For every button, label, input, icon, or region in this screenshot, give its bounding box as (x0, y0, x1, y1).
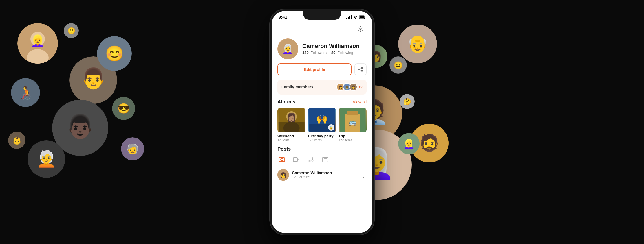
svg-text:🧔: 🧔 (419, 133, 440, 153)
album-name-3: Trip (339, 134, 367, 138)
album-name-1: Weekend (277, 134, 305, 138)
signal-icon (346, 15, 352, 19)
avatar-circle-5: 🧑‍🦳 (28, 140, 65, 178)
svg-text:🧑‍🦳: 🧑‍🦳 (36, 149, 56, 168)
svg-rect-46 (349, 16, 350, 19)
svg-text:🤔: 🤔 (403, 98, 411, 106)
phone-frame: 9:41 (270, 9, 374, 235)
albums-grid: 👩🏽 Weekend 12 items (277, 108, 367, 142)
svg-text:👶: 👶 (12, 136, 22, 145)
svg-point-84 (312, 160, 313, 161)
lock-badge: 🔒 (328, 124, 334, 131)
tab-music[interactable] (306, 155, 315, 166)
album-item-2[interactable]: 🙌 🔒 Birthday party 122 items (308, 108, 336, 142)
svg-text:👨: 👨 (81, 66, 106, 90)
svg-rect-78 (279, 158, 285, 162)
post-info: Cameron Williamson 12 Oct 2021 (292, 171, 332, 179)
family-avatar-3: 👧 (349, 83, 357, 91)
phone-notch (303, 11, 341, 20)
post-item-1: 👩 Cameron Williamson 12 Oct 2021 ⋮ (277, 169, 367, 181)
svg-point-83 (309, 160, 310, 162)
posts-header: Posts (277, 146, 367, 152)
avatar-circle-9: 🧓 (121, 137, 144, 160)
view-all-button[interactable]: View all (353, 100, 367, 104)
svg-point-57 (358, 69, 360, 70)
avatar-circle-r6: 🤔 (400, 94, 415, 109)
svg-text:👱‍♀️: 👱‍♀️ (403, 138, 415, 149)
posts-tabs (277, 155, 367, 166)
svg-text:😊: 😊 (105, 45, 124, 62)
tab-text[interactable] (321, 155, 330, 166)
family-plus-count: +2 (358, 85, 363, 89)
profile-section: 👩‍🦳 Cameron Williamson 120 Followers 89 (277, 38, 367, 59)
status-icons (346, 15, 365, 19)
svg-text:😐: 😐 (394, 61, 403, 70)
post-date: 12 Oct 2021 (292, 175, 332, 179)
wifi-icon (353, 15, 358, 19)
album-name-2: Birthday party (308, 134, 336, 138)
album-count-2: 122 items (308, 138, 336, 142)
profile-name: Cameron Williamson (302, 43, 360, 49)
svg-text:👧: 👧 (352, 85, 355, 89)
followers-stat: 120 Followers (302, 51, 327, 55)
tab-photo[interactable] (277, 155, 286, 166)
svg-text:👴: 👴 (407, 34, 428, 54)
edit-profile-button[interactable]: Edit profile (277, 63, 352, 75)
album-thumb-3: 🚌 (339, 108, 367, 132)
svg-text:🧓: 🧓 (127, 143, 139, 155)
album-thumb-1: 👩🏽 (277, 108, 305, 132)
avatar-circle-3: 🧑‍🦽 (11, 78, 40, 107)
family-section[interactable]: Family members 👩 👨 👧 +2 (277, 80, 367, 95)
svg-text:👨: 👨 (345, 85, 349, 89)
posts-title: Posts (277, 146, 291, 152)
album-count-1: 12 items (277, 138, 305, 142)
svg-rect-47 (351, 15, 352, 19)
status-time: 9:41 (279, 14, 287, 19)
svg-point-79 (281, 158, 283, 161)
svg-text:👱‍♀️: 👱‍♀️ (30, 34, 45, 48)
svg-text:👩‍🦳: 👩‍🦳 (282, 44, 294, 55)
avatar-circle-r10: 😐 (389, 56, 407, 74)
avatar-circle-r3: 👴 (398, 25, 437, 64)
svg-marker-82 (297, 159, 299, 160)
album-item-3[interactable]: 🚌 Trip 122 items (339, 108, 367, 142)
buttons-row: Edit profile (277, 63, 367, 75)
family-avatars: 👩 👨 👧 +2 (336, 83, 363, 91)
post-more-button[interactable]: ⋮ (361, 171, 367, 178)
svg-point-56 (361, 70, 363, 71)
gear-icon (357, 26, 364, 32)
svg-text:🙌: 🙌 (316, 114, 328, 125)
svg-rect-45 (348, 17, 349, 19)
avatar-circle-7: 😊 (97, 36, 132, 71)
album-item-1[interactable]: 👩🏽 Weekend 12 items (277, 108, 305, 142)
svg-rect-44 (346, 18, 347, 19)
avatar-circle-6: 👶 (8, 132, 25, 149)
albums-section: Albums View all 👩🏽 (277, 99, 367, 142)
settings-button[interactable] (354, 23, 367, 35)
svg-text:🧑‍🦽: 🧑‍🦽 (17, 85, 34, 100)
albums-title: Albums (277, 99, 295, 105)
svg-text:👩: 👩 (280, 172, 287, 178)
svg-rect-76 (347, 111, 358, 115)
avatar-circle-10: 🙂 (64, 23, 79, 38)
svg-rect-50 (365, 16, 365, 18)
album-count-3: 122 items (339, 138, 367, 142)
posts-section: Posts (277, 146, 367, 181)
svg-rect-81 (293, 158, 297, 162)
svg-rect-51 (360, 16, 364, 18)
svg-text:🙂: 🙂 (67, 27, 76, 35)
share-icon (358, 67, 363, 72)
phone-outer: 9:41 (270, 9, 374, 235)
share-button[interactable] (354, 63, 367, 75)
svg-text:👨🏿: 👨🏿 (66, 113, 95, 140)
svg-point-48 (355, 18, 356, 19)
gear-row (277, 23, 367, 35)
avatar-circle-r11: 👱‍♀️ (398, 133, 420, 155)
svg-text:🚌: 🚌 (349, 119, 357, 126)
tab-video[interactable] (292, 155, 301, 166)
post-author-avatar: 👩 (277, 169, 289, 181)
post-author-name: Cameron Williamson (292, 171, 332, 175)
svg-point-55 (361, 67, 363, 69)
svg-text:👩: 👩 (339, 85, 343, 89)
svg-rect-70 (279, 122, 305, 132)
